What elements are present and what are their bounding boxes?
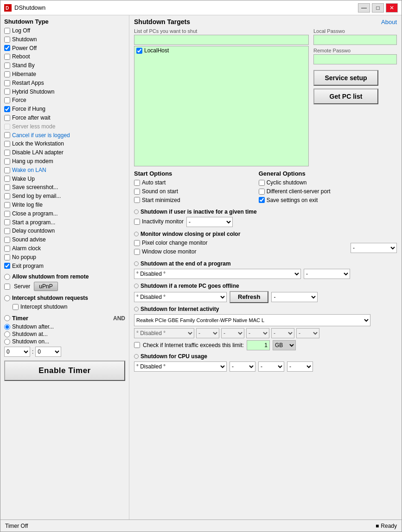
pc-list-input[interactable] [134, 35, 309, 45]
shutdown-checkbox-6[interactable] [4, 80, 10, 86]
shutdown-checkbox-15[interactable] [4, 158, 10, 165]
shutdown-checkbox-7[interactable] [4, 89, 10, 95]
upnp-button[interactable]: uPnP [34, 282, 57, 291]
internet-section: Shutdown for Internet activity Realtek P… [134, 306, 397, 350]
close-button[interactable]: ✕ [386, 3, 398, 13]
shutdown-checkbox-25[interactable] [4, 246, 10, 252]
shutdown-label-25: Alarm clock [12, 245, 41, 253]
localhost-checkbox[interactable] [136, 48, 142, 54]
shutdown-checkbox-2[interactable] [4, 45, 10, 51]
shutdown-checkbox-18[interactable] [4, 184, 10, 190]
hour-select[interactable]: 0 [4, 347, 30, 357]
list-item: Reboot [4, 53, 125, 61]
enable-timer-button[interactable]: Enable Timer [4, 361, 125, 381]
shutdown-label-26: No popup [12, 253, 36, 261]
shutdown-checkbox-12[interactable] [4, 132, 10, 138]
shutdown-checkbox-13[interactable] [4, 141, 10, 147]
minute-select[interactable]: 0 [35, 347, 61, 357]
cpu-d3[interactable]: - [287, 361, 313, 372]
shutdown-checkbox-23[interactable] [4, 228, 10, 234]
minimize-button[interactable]: — [358, 3, 370, 13]
internet-d4[interactable]: - [271, 328, 294, 338]
shutdown-checkbox-3[interactable] [4, 54, 10, 60]
internet-d2[interactable]: - [221, 328, 244, 338]
list-item: Write log file [4, 201, 125, 209]
internet-d5[interactable]: - [296, 328, 319, 338]
shutdown-checkbox-21[interactable] [4, 211, 10, 217]
program-end-dropdown[interactable]: ° Disabled ° [134, 269, 301, 279]
pixel-color-checkbox[interactable] [134, 240, 140, 246]
right-panel: Shutdown Targets About List of PCs you w… [129, 15, 402, 519]
shutdown-checkbox-24[interactable] [4, 237, 10, 243]
program-end-right-dropdown[interactable]: - [304, 269, 350, 279]
nic-dropdown[interactable]: Realtek PCIe GBE Family Controller-WFP N… [134, 314, 370, 326]
allow-remote-radio[interactable] [4, 274, 10, 280]
cyclic-shutdown-checkbox[interactable] [259, 180, 265, 186]
cpu-d1[interactable]: - [230, 361, 255, 372]
intercept-section: Intercept shutdown requests Intercept sh… [4, 295, 125, 311]
save-settings-label: Save settings on exit [267, 196, 318, 204]
intercept-checkbox[interactable] [13, 304, 19, 310]
shutdown-checkbox-9[interactable] [4, 106, 10, 112]
shutdown-checkbox-0[interactable] [4, 28, 10, 34]
shutdown-checkbox-22[interactable] [4, 219, 10, 225]
shutdown-checkbox-10[interactable] [4, 115, 10, 121]
remote-offline-dropdown[interactable]: ° Disabled ° [134, 292, 227, 302]
timer-on-radio[interactable] [4, 339, 10, 345]
internet-header: Shutdown for Internet activity [134, 306, 397, 312]
pixel-dropdown[interactable]: - [351, 243, 397, 253]
sound-on-start-checkbox[interactable] [134, 189, 140, 195]
diff-client-server-checkbox[interactable] [259, 189, 265, 195]
inactivity-dropdown[interactable]: - [186, 217, 233, 227]
server-checkbox[interactable] [4, 284, 10, 290]
inactivity-monitor-checkbox[interactable] [134, 219, 140, 225]
shutdown-checkbox-5[interactable] [4, 71, 10, 77]
internet-d3[interactable]: - [246, 328, 269, 338]
shutdown-label-6: Restart Apps [12, 79, 44, 87]
shutdown-checkbox-27[interactable] [4, 263, 10, 269]
internet-disabled-dropdown[interactable]: ° Disabled ° [134, 328, 194, 338]
intercept-radio[interactable] [4, 295, 10, 301]
timer-after-radio[interactable] [4, 324, 10, 330]
timer-at-radio[interactable] [4, 331, 10, 337]
list-item: Stand By [4, 62, 125, 70]
shutdown-checkbox-17[interactable] [4, 176, 10, 182]
save-settings-checkbox[interactable] [259, 197, 265, 203]
shutdown-label-8: Force [12, 96, 26, 104]
shutdown-checkbox-4[interactable] [4, 63, 10, 69]
remote-password-input[interactable] [313, 54, 397, 64]
local-password-input[interactable] [313, 35, 397, 45]
shutdown-checkbox-20[interactable] [4, 202, 10, 208]
service-setup-button[interactable]: Service setup [313, 70, 378, 86]
shutdown-checkbox-11[interactable] [4, 124, 10, 130]
timer-radio[interactable] [4, 315, 10, 321]
program-end-section: Shutdown at the end of a program ° Disab… [134, 260, 397, 279]
maximize-button[interactable]: □ [372, 3, 384, 13]
window-close-checkbox[interactable] [134, 249, 140, 255]
shutdown-checkbox-19[interactable] [4, 193, 10, 199]
list-item: Start a program... [4, 219, 125, 227]
shutdown-checkbox-14[interactable] [4, 150, 10, 156]
shutdown-label-14: Disable LAN adapter [12, 149, 64, 157]
pixel-monitor-section: Monitor window closing or pixel color Pi… [134, 231, 397, 257]
cpu-d2[interactable]: - [258, 361, 284, 372]
pc-list-box[interactable]: LocalHost [134, 46, 309, 166]
traffic-value-input[interactable] [247, 340, 270, 350]
traffic-checkbox[interactable] [134, 342, 140, 348]
start-minimized-checkbox[interactable] [134, 197, 140, 203]
remote-offline-right-dropdown[interactable]: - [271, 292, 318, 302]
shutdown-checkbox-26[interactable] [4, 254, 10, 260]
shutdown-checkbox-8[interactable] [4, 97, 10, 103]
about-link[interactable]: About [381, 19, 397, 25]
auto-start-checkbox[interactable] [134, 180, 140, 186]
traffic-unit-select[interactable]: GB [273, 340, 296, 350]
cpu-dropdown[interactable]: ° Disabled ° [134, 361, 227, 372]
get-pc-list-button[interactable]: Get PC list [313, 89, 378, 104]
shutdown-checkbox-1[interactable] [4, 37, 10, 43]
shutdown-label-17: Wake Up [12, 175, 35, 183]
cpu-radio-dot [134, 354, 139, 359]
internet-d1[interactable]: - [196, 328, 219, 338]
refresh-button[interactable]: Refresh [230, 291, 268, 303]
shutdown-checkbox-16[interactable] [4, 167, 10, 173]
password-actions: Local Passwo Remote Passwo Service setup… [313, 28, 397, 166]
